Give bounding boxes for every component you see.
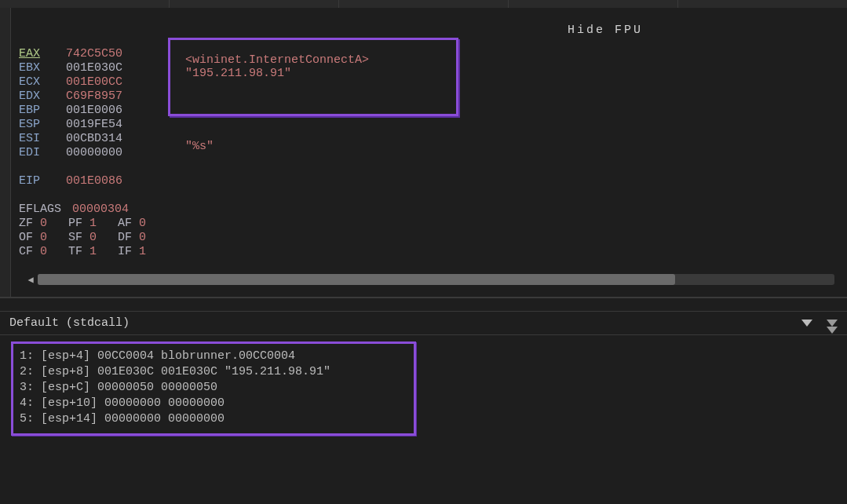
flag-value: 0 [40,217,47,231]
register-value: 00CBD314 [66,132,122,146]
register-name: EDX [19,89,66,104]
hide-fpu-button[interactable]: Hide FPU [568,24,643,37]
registers-panel: Hide FPU <wininet.InternetConnectA> "195… [0,8,847,298]
eax-annotation: <wininet.InternetConnectA> "195.211.98.9… [185,53,369,80]
register-eip[interactable]: EIP 001E0086 [19,174,839,188]
stack-argument-line[interactable]: 4: [esp+10] 00000000 00000000 [20,396,407,411]
tab[interactable] [509,0,678,8]
register-name: EBX [19,61,66,75]
flag-value: 1 [89,245,97,259]
register-name: EBP [19,104,66,118]
register-value: 00000000 [66,146,122,160]
flag-row: ZF 0 PF 1 AF 0 [19,217,839,231]
flag-name: OF [19,231,40,245]
flag-name: PF [68,217,89,231]
calling-convention-label[interactable]: Default (stdcall) [9,316,130,330]
register-name: EDI [19,146,66,160]
register-value: 742C5C50 [66,47,122,61]
register-value: 001E030C [66,61,122,75]
register-row[interactable]: ESP0019FE54 [19,118,839,132]
eflags-row[interactable]: EFLAGS 00000304 [19,203,839,217]
tab[interactable] [170,0,339,8]
tab[interactable] [678,0,847,8]
menu-icon[interactable] [827,320,838,327]
flag-value: 1 [89,217,97,231]
tab[interactable] [0,0,170,8]
calling-convention-header: Default (stdcall) [0,312,847,335]
register-row[interactable]: EBP001E0006 [19,104,839,118]
register-name: ECX [19,75,66,89]
horizontal-scrollbar[interactable]: ◀ [19,270,839,289]
register-name-eip: EIP [19,174,66,188]
eflags-label: EFLAGS [19,203,61,217]
scroll-thumb[interactable] [38,274,675,285]
stack-argument-line[interactable]: 1: [esp+4] 00CC0004 blobrunner.00CC0004 [20,349,407,364]
tab-strip [0,0,847,8]
register-value: 001E0006 [66,104,122,118]
register-row[interactable]: EBX001E030C [19,61,839,75]
scroll-track[interactable] [38,274,834,285]
flag-name: AF [118,217,139,231]
register-row[interactable]: ECX001E00CC [19,75,839,89]
flag-row: OF 0 SF 0 DF 0 [19,231,839,245]
flag-name: TF [68,245,89,259]
register-value: C69F8957 [66,89,122,104]
flag-row: CF 0 TF 1 IF 1 [19,245,839,259]
tab[interactable] [339,0,509,8]
flag-value: 0 [89,231,97,245]
flag-value: 0 [40,245,47,259]
register-value-eip: 001E0086 [66,174,122,188]
eflags-value: 00000304 [72,203,129,217]
register-name: EAX [19,47,66,61]
flag-value: 1 [139,245,146,259]
eax-string: "195.211.98.91" [185,67,291,80]
register-value: 001E00CC [66,75,122,89]
flag-name: SF [68,231,89,245]
stack-argument-line[interactable]: 2: [esp+8] 001E030C 001E030C "195.211.98… [20,364,407,380]
highlight-box-stack: 1: [esp+4] 00CC0004 blobrunner.00CC00042… [11,341,416,436]
register-row[interactable]: EDXC69F8957 [19,89,839,104]
stack-arguments-panel: 1: [esp+4] 00CC0004 blobrunner.00CC00042… [0,335,847,504]
register-row[interactable]: EAX742C5C50 [19,47,839,61]
flag-value: 0 [139,231,146,245]
stack-argument-line[interactable]: 3: [esp+C] 00000050 00000050 [20,380,407,396]
flag-value: 0 [40,231,47,245]
flag-value: 0 [139,217,146,231]
gutter [0,8,11,297]
stack-argument-line[interactable]: 5: [esp+14] 00000000 00000000 [20,411,407,427]
register-row[interactable]: ESI00CBD314 [19,132,839,146]
register-row[interactable]: EDI00000000 [19,146,839,160]
esi-annotation: "%s" [185,140,214,153]
panel-spacer [0,298,847,312]
flag-name: DF [118,231,139,245]
register-name: ESP [19,118,66,132]
scroll-left-icon[interactable]: ◀ [24,274,38,286]
flag-name: CF [19,245,40,259]
eax-symbol: <wininet.InternetConnectA> [185,53,369,67]
flag-name: ZF [19,217,40,231]
dropdown-icon[interactable] [801,320,812,327]
flags-grid: ZF 0 PF 1 AF 0 OF 0 SF 0 DF 0 CF 0 TF 1 … [19,217,839,259]
register-value: 0019FE54 [66,118,122,132]
flag-name: IF [118,245,139,259]
register-name: ESI [19,132,66,146]
